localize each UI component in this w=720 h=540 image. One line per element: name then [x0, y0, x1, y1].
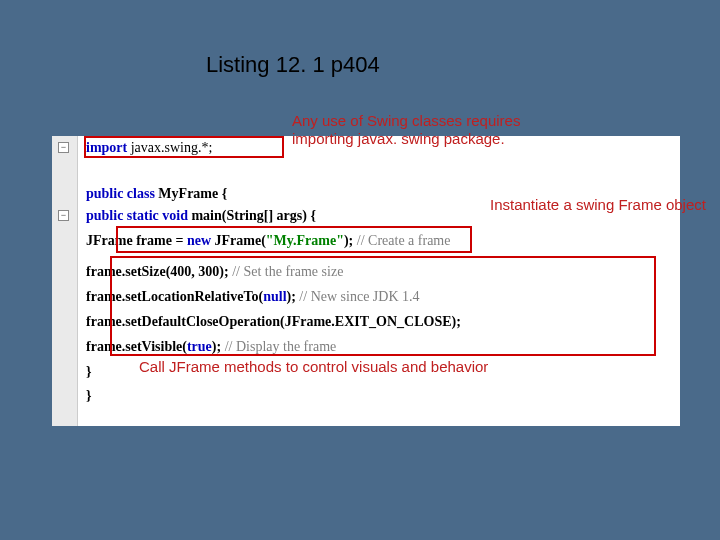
annotation-right: Instantiate a swing Frame object	[490, 196, 710, 214]
code-gutter: − −	[52, 136, 78, 426]
code-line: }	[86, 388, 92, 404]
keyword: class	[127, 186, 155, 201]
fold-icon: −	[58, 210, 69, 221]
code-text: MyFrame {	[155, 186, 227, 201]
highlight-box-methods	[110, 256, 656, 356]
keyword: public	[86, 186, 123, 201]
code-text: main(String[] args) {	[188, 208, 316, 223]
keyword: static	[123, 208, 158, 223]
highlight-box-instantiate	[116, 226, 472, 253]
annotation-bottom: Call JFrame methods to control visuals a…	[139, 358, 609, 376]
highlight-box-import	[84, 136, 284, 158]
code-line: }	[86, 364, 92, 380]
keyword: void	[159, 208, 188, 223]
fold-icon: −	[58, 142, 69, 153]
code-line: public class MyFrame {	[86, 186, 227, 202]
annotation-top: Any use of Swing classes requires import…	[292, 112, 552, 148]
code-panel: − − import javax.swing.*; public class M…	[52, 136, 680, 426]
code-line: public static void main(String[] args) {	[86, 208, 316, 224]
slide-title: Listing 12. 1 p404	[206, 52, 380, 78]
keyword: public	[86, 208, 123, 223]
